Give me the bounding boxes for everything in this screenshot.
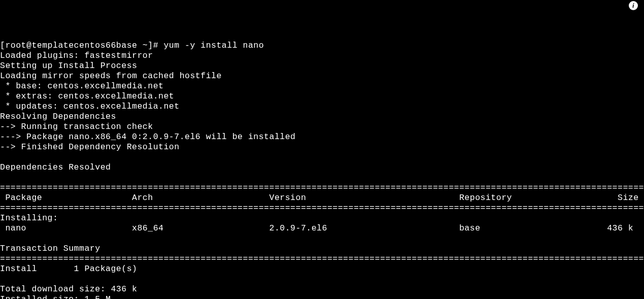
output-line: * base: centos.excellmedia.net [0, 81, 163, 91]
output-line: Total download size: 436 k [0, 284, 137, 294]
output-line: * extras: centos.excellmedia.net [0, 91, 174, 101]
section-label: Transaction Summary [0, 244, 100, 253]
horizontal-rule: ========================================… [0, 183, 644, 192]
output-line: Resolving Dependencies [0, 112, 116, 121]
output-line: ---> Package nano.x86_64 0:2.0.9-7.el6 w… [0, 132, 296, 142]
table-header: Package Arch Version Repository Size [0, 193, 639, 203]
horizontal-rule: ========================================… [0, 254, 644, 263]
output-line: Setting up Install Process [0, 61, 137, 71]
output-line: Installed size: 1.5 M [0, 294, 111, 299]
section-label: Installing: [0, 213, 58, 223]
horizontal-rule: ========================================… [0, 203, 644, 213]
output-line: Dependencies Resolved [0, 162, 111, 172]
info-icon[interactable]: i [629, 1, 638, 10]
output-line: --> Finished Dependency Resolution [0, 142, 180, 152]
output-line: --> Running transaction check [0, 122, 153, 131]
output-line: * updates: centos.excellmedia.net [0, 102, 180, 111]
shell-command: yum -y install nano [163, 41, 264, 50]
output-line: Loading mirror speeds from cached hostfi… [0, 71, 222, 81]
output-line: Loaded plugins: fastestmirror [0, 51, 153, 60]
table-row: nano x86_64 2.0.9-7.el6 base 436 k [0, 223, 633, 233]
terminal-output[interactable]: [root@templatecentos66base ~]# yum -y in… [0, 41, 644, 299]
output-line: Install 1 Package(s) [0, 264, 137, 274]
shell-prompt: [root@templatecentos66base ~]# [0, 41, 163, 50]
